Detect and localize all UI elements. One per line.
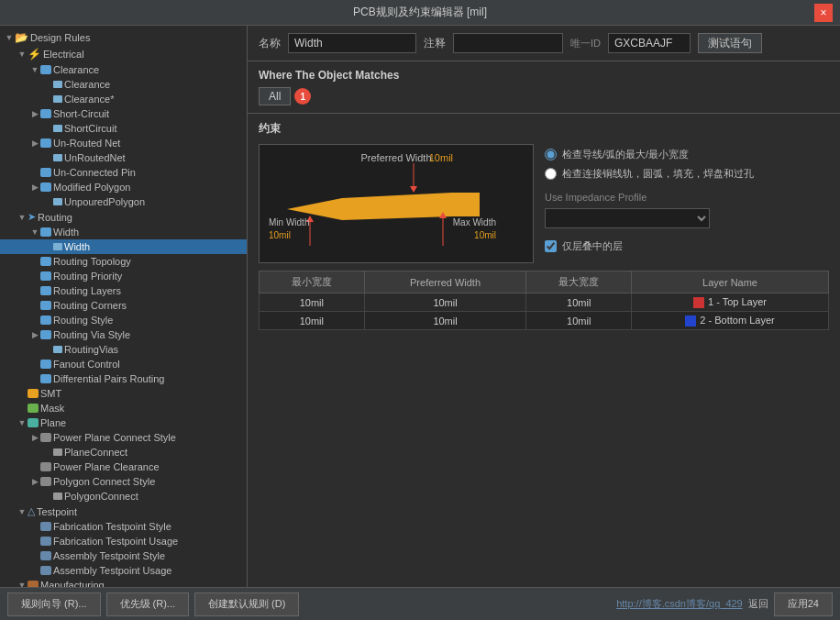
tree-item-smt[interactable]: SMT xyxy=(0,386,247,401)
table-row[interactable]: 10mil10mil10mil1 - Top Layer xyxy=(260,293,829,312)
tree-item-routing-priority[interactable]: Routing Priority xyxy=(0,269,247,283)
apply-button[interactable]: 应用24 xyxy=(774,592,833,616)
rules-wizard-button[interactable]: 规则向导 (R)... xyxy=(7,592,101,616)
tree-label-plane-connect-item: PlaneConnect xyxy=(64,447,243,458)
tree-item-clearance-star[interactable]: Clearance* xyxy=(0,92,247,106)
tree-label-testpoint: Testpoint xyxy=(37,506,243,517)
tree-item-routing-topology[interactable]: Routing Topology xyxy=(0,254,247,269)
table-cell-layer: 1 - Top Layer xyxy=(632,293,829,312)
tree-icon-fanout-control xyxy=(40,360,51,369)
tree-icon-polygon-connect xyxy=(40,477,51,486)
all-badge[interactable]: All xyxy=(259,87,291,105)
tree-arrow-design-rules[interactable]: ▼ xyxy=(4,33,15,42)
tree-item-modified-polygon[interactable]: ▶Modified Polygon xyxy=(0,180,247,194)
tree-icon-clearance xyxy=(40,65,51,74)
nav-text: 返回 xyxy=(748,597,768,611)
tree-arrow-power-plane-connect[interactable]: ▶ xyxy=(29,433,40,442)
tree-arrow-routing-via-style[interactable]: ▶ xyxy=(29,330,40,339)
tree-item-asm-usage[interactable]: Assembly Testpoint Usage xyxy=(0,563,247,578)
tree-arrow-electrical[interactable]: ▼ xyxy=(17,50,28,59)
table-header-row: 最小宽度 Preferred Width 最大宽度 Layer Name xyxy=(260,271,829,293)
name-input[interactable] xyxy=(288,33,416,53)
tree-item-clearance[interactable]: ▼Clearance xyxy=(0,62,247,77)
tree-item-clearance-item[interactable]: Clearance xyxy=(0,77,247,92)
tree-arrow-manufacturing[interactable]: ▼ xyxy=(17,581,28,587)
tree-item-width-item[interactable]: Width xyxy=(0,239,247,254)
tree-item-routing-corners[interactable]: Routing Corners xyxy=(0,298,247,313)
tree-label-routing-vias: RoutingVias xyxy=(64,344,243,355)
tree-item-routing-vias[interactable]: RoutingVias xyxy=(0,342,247,357)
table-row[interactable]: 10mil10mil10mil2 - Bottom Layer xyxy=(260,312,829,330)
tree-label-routing: Routing xyxy=(38,212,243,223)
max-label: Max Width xyxy=(453,217,496,227)
tree-item-routing-style[interactable]: Routing Style xyxy=(0,313,247,327)
tree-item-routing-layers[interactable]: Routing Layers xyxy=(0,283,247,298)
impedance-select[interactable] xyxy=(545,208,710,228)
tree-label-mask: Mask xyxy=(40,403,243,414)
tree-item-short-circuit-item[interactable]: ShortCircuit xyxy=(0,121,247,136)
tree-item-electrical[interactable]: ▼⚡Electrical xyxy=(0,46,247,62)
tree-item-testpoint[interactable]: ▼△Testpoint xyxy=(0,504,247,519)
uid-input[interactable] xyxy=(608,33,691,53)
tree-item-un-routed-net[interactable]: ▶Un-Routed Net xyxy=(0,136,247,150)
min-label: Min Width xyxy=(269,217,309,227)
tree-label-unpouredpolygon: UnpouredPolygon xyxy=(64,196,243,207)
tree-item-diff-pairs[interactable]: Differential Pairs Routing xyxy=(0,371,247,386)
checkbox-row[interactable]: 仅层叠中的层 xyxy=(545,239,829,253)
tree-item-routing[interactable]: ▼➤Routing xyxy=(0,209,247,225)
tree-arrow-testpoint[interactable]: ▼ xyxy=(17,507,28,516)
comment-input[interactable] xyxy=(453,33,563,53)
layer-color-swatch xyxy=(685,316,696,327)
tree-item-un-connected[interactable]: Un-Connected Pin xyxy=(0,165,247,180)
tree-label-plane: Plane xyxy=(40,417,243,428)
tree-item-design-rules[interactable]: ▼📂Design Rules xyxy=(0,29,247,46)
tree-arrow-width-group[interactable]: ▼ xyxy=(29,227,40,237)
priority-button[interactable]: 优先级 (R)... xyxy=(106,592,190,616)
tree-label-routing-layers: Routing Layers xyxy=(53,285,243,296)
tree-item-width-group[interactable]: ▼Width xyxy=(0,225,247,239)
tree-item-fab-usage[interactable]: Fabrication Testpoint Usage xyxy=(0,534,247,548)
tree-item-asm-style[interactable]: Assembly Testpoint Style xyxy=(0,548,247,563)
tree-arrow-plane[interactable]: ▼ xyxy=(17,418,28,427)
tree-item-routing-via-style[interactable]: ▶Routing Via Style xyxy=(0,327,247,342)
tree-icon-routing: ➤ xyxy=(28,211,36,223)
tree-item-unpouredpolygon[interactable]: UnpouredPolygon xyxy=(0,194,247,209)
tree-arrow-modified-polygon[interactable]: ▶ xyxy=(29,183,40,192)
radio-input-1[interactable] xyxy=(545,149,557,161)
radio-option-2[interactable]: 检查连接铜线轨，圆弧，填充，焊盘和过孔 xyxy=(545,167,829,181)
tree-arrow-un-routed-net[interactable]: ▶ xyxy=(29,138,40,148)
tree-icon-routing-vias xyxy=(53,346,62,353)
tree-item-power-plane-clearance[interactable]: Power Plane Clearance xyxy=(0,459,247,474)
radio-option-1[interactable]: 检查导线/弧的最大/最小宽度 xyxy=(545,148,829,161)
tree-item-mask[interactable]: Mask xyxy=(0,401,247,415)
close-button[interactable]: × xyxy=(814,4,833,22)
width-diagram: Preferred Width 10mil xyxy=(259,144,534,263)
tree-label-smt: SMT xyxy=(40,388,243,399)
radio-input-2[interactable] xyxy=(545,168,557,180)
tree-icon-power-plane-clearance xyxy=(40,462,51,471)
tree-arrow-polygon-connect[interactable]: ▶ xyxy=(29,477,40,486)
tree-icon-routing-layers xyxy=(40,286,51,295)
tree-item-plane-connect-item[interactable]: PlaneConnect xyxy=(0,445,247,459)
bottom-bar-right: http://博客.csdn博客/qq_429 返回 应用24 xyxy=(616,592,833,616)
tree-item-plane[interactable]: ▼Plane xyxy=(0,415,247,430)
test-button[interactable]: 测试语句 xyxy=(698,33,762,53)
tree-arrow-clearance[interactable]: ▼ xyxy=(29,65,40,74)
svg-marker-1 xyxy=(410,186,417,193)
tree-item-fanout-control[interactable]: Fanout Control xyxy=(0,357,247,371)
tree-item-fab-style[interactable]: Fabrication Testpoint Style xyxy=(0,519,247,534)
tree-item-manufacturing[interactable]: ▼Manufacturing xyxy=(0,578,247,587)
tree-item-un-routed-item[interactable]: UnRoutedNet xyxy=(0,150,247,165)
options-panel: 检查导线/弧的最大/最小宽度 检查连接铜线轨，圆弧，填充，焊盘和过孔 Use I… xyxy=(545,144,829,263)
where-title: Where The Object Matches xyxy=(259,69,829,82)
tree-arrow-routing[interactable]: ▼ xyxy=(17,213,28,222)
tree-arrow-short-circuit[interactable]: ▶ xyxy=(29,109,40,118)
tree-item-polygon-connect[interactable]: ▶Polygon Connect Style xyxy=(0,474,247,489)
url-link[interactable]: http://博客.csdn博客/qq_429 xyxy=(616,597,743,611)
table-cell: 10mil xyxy=(260,293,365,312)
layers-checkbox[interactable] xyxy=(545,240,557,252)
tree-item-short-circuit[interactable]: ▶Short-Circuit xyxy=(0,106,247,121)
tree-item-power-plane-connect[interactable]: ▶Power Plane Connect Style xyxy=(0,430,247,445)
tree-item-polygon-connect-item[interactable]: PolygonConnect xyxy=(0,489,247,504)
create-default-button[interactable]: 创建默认规则 (D) xyxy=(194,592,299,616)
